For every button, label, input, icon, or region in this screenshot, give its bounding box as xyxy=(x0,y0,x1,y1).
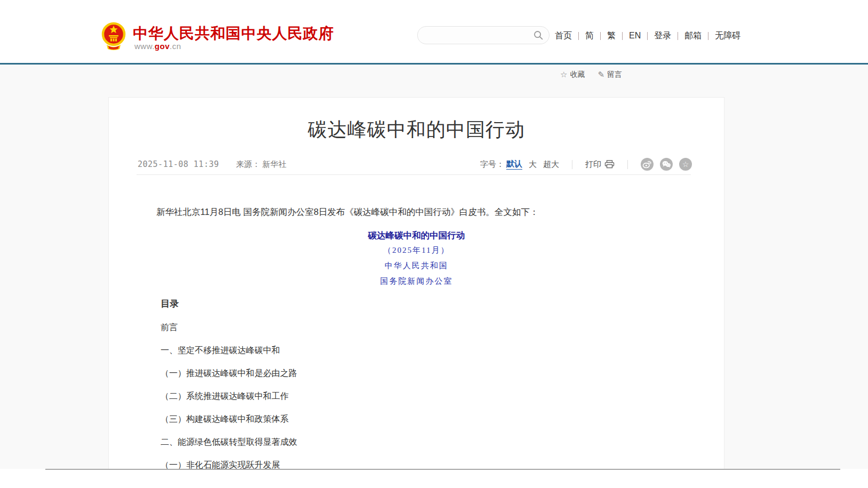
toc-heading: 目录 xyxy=(161,298,179,310)
nav-separator xyxy=(647,32,648,40)
source: 来源： 新华社 xyxy=(236,159,286,170)
font-size-large-button[interactable]: 大 xyxy=(529,159,537,170)
article-card: 碳达峰碳中和的中国行动 2025-11-08 11:39 来源： 新华社 字号：… xyxy=(108,97,724,469)
nav-traditional[interactable]: 繁 xyxy=(607,30,616,42)
star-outline-icon: ☆ xyxy=(560,70,567,79)
toc-item: （一）非化石能源实现跃升发展 xyxy=(161,459,695,469)
document-org-line1: 中华人民共和国 xyxy=(109,260,724,271)
meta-right: 字号： 默认 大 超大 打印 xyxy=(480,158,692,171)
meta-separator xyxy=(572,160,572,169)
nav-separator xyxy=(600,32,601,40)
font-size-default-button[interactable]: 默认 xyxy=(506,159,522,170)
message-label: 留言 xyxy=(607,70,622,79)
print-label: 打印 xyxy=(585,159,601,170)
top-nav: 首页 简 繁 EN 登录 邮箱 无障碍 xyxy=(555,29,740,42)
share-more-button[interactable]: ☆ xyxy=(679,158,692,171)
weibo-icon xyxy=(641,158,654,171)
search-box xyxy=(417,26,550,44)
font-size-label: 字号： xyxy=(480,159,504,170)
meta-left: 2025-11-08 11:39 来源： 新华社 xyxy=(138,159,286,170)
source-label: 来源： xyxy=(236,159,260,169)
nav-home[interactable]: 首页 xyxy=(555,30,572,42)
nav-login[interactable]: 登录 xyxy=(654,30,671,42)
wechat-icon xyxy=(660,158,673,171)
site-title: 中华人民共和国中央人民政府 xyxy=(133,23,334,44)
site-url-www: www. xyxy=(134,42,155,51)
toc-item: 前言 xyxy=(161,322,695,333)
toc-item: 二、能源绿色低碳转型取得显著成效 xyxy=(161,436,695,448)
meta-divider xyxy=(137,174,691,175)
header-divider xyxy=(0,63,868,65)
nav-simplified[interactable]: 简 xyxy=(585,30,594,42)
font-size-xlarge-button[interactable]: 超大 xyxy=(543,159,559,170)
lead-paragraph: 新华社北京11月8日电 国务院新闻办公室8日发布《碳达峰碳中和的中国行动》白皮书… xyxy=(139,205,695,219)
publish-date: 2025-11-08 11:39 xyxy=(138,159,219,169)
viewport-bottom-edge xyxy=(45,469,840,470)
nav-separator xyxy=(708,32,708,40)
document-org-line2: 国务院新闻办公室 xyxy=(109,276,724,286)
pencil-icon: ✎ xyxy=(598,70,604,79)
nav-separator xyxy=(578,32,579,40)
printer-icon xyxy=(604,160,615,169)
nav-english[interactable]: EN xyxy=(629,31,641,41)
share-weibo-button[interactable] xyxy=(641,158,654,171)
nav-mail[interactable]: 邮箱 xyxy=(684,30,702,42)
article-title: 碳达峰碳中和的中国行动 xyxy=(109,117,724,142)
site-url-gov: gov xyxy=(155,42,170,51)
meta-separator xyxy=(627,160,628,169)
nav-separator xyxy=(678,32,678,40)
site-url-cn: .cn xyxy=(170,42,181,51)
share-wechat-button[interactable] xyxy=(660,158,673,171)
source-value[interactable]: 新华社 xyxy=(262,159,286,169)
search-icon[interactable] xyxy=(533,30,544,41)
national-emblem-icon xyxy=(101,21,126,50)
site-url: www.gov.cn xyxy=(134,42,181,51)
nav-separator xyxy=(622,32,623,40)
site-header: 中华人民共和国中央人民政府 www.gov.cn 首页 简 繁 EN 登录 邮箱… xyxy=(0,0,868,63)
toc-item: （三）构建碳达峰碳中和政策体系 xyxy=(161,413,695,425)
search-input[interactable] xyxy=(426,31,533,39)
message-button[interactable]: ✎ 留言 xyxy=(598,70,622,79)
article-tools: ☆ 收藏 ✎ 留言 xyxy=(560,70,622,79)
document-title: 碳达峰碳中和的中国行动 xyxy=(109,229,724,241)
share-icons: ☆ xyxy=(641,158,692,171)
share-more-star-icon: ☆ xyxy=(682,161,689,168)
toc-item: （二）系统推进碳达峰碳中和工作 xyxy=(161,390,695,402)
document-date: （2025年11月） xyxy=(109,245,724,255)
nav-accessibility[interactable]: 无障碍 xyxy=(715,30,740,42)
toc-item: （一）推进碳达峰碳中和是必由之路 xyxy=(161,367,695,379)
print-button[interactable]: 打印 xyxy=(585,159,615,170)
toc-item: 一、坚定不移推进碳达峰碳中和 xyxy=(161,345,695,356)
page: 中华人民共和国中央人民政府 www.gov.cn 首页 简 繁 EN 登录 邮箱… xyxy=(0,0,868,488)
article-meta: 2025-11-08 11:39 来源： 新华社 字号： 默认 大 超大 打印 xyxy=(138,157,692,172)
favorite-button[interactable]: ☆ 收藏 xyxy=(560,70,585,79)
favorite-label: 收藏 xyxy=(570,70,585,79)
table-of-contents: 前言 一、坚定不移推进碳达峰碳中和 （一）推进碳达峰碳中和是必由之路 （二）系统… xyxy=(161,322,695,469)
